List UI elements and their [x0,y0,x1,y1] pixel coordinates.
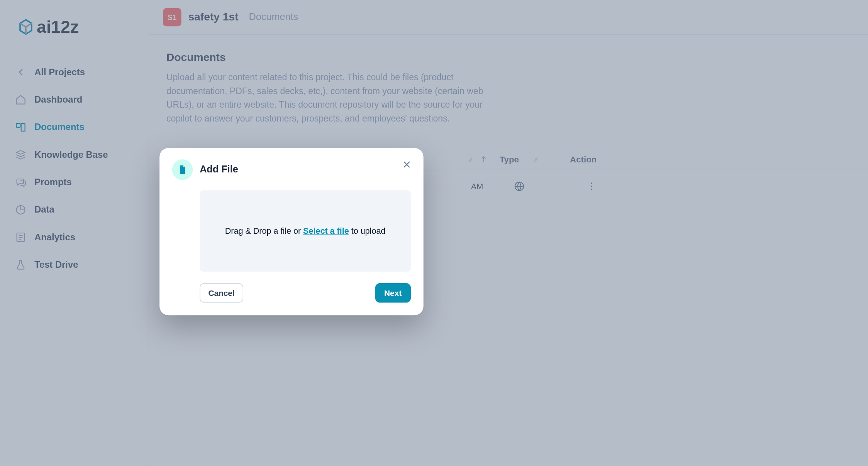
cancel-button[interactable]: Cancel [200,283,243,303]
next-button[interactable]: Next [375,283,411,303]
add-file-modal: Add File Drag & Drop a file or Select a … [159,148,424,315]
dropzone-prefix: Drag & Drop a file or [225,226,303,236]
dropzone-suffix: to upload [349,226,386,236]
file-icon [172,159,193,180]
select-file-link[interactable]: Select a file [303,226,349,236]
modal-footer: Cancel Next [200,283,411,303]
dropzone-text: Drag & Drop a file or Select a file to u… [225,226,386,236]
close-button[interactable] [402,159,412,172]
modal-header: Add File [172,159,411,180]
close-icon [402,159,412,170]
modal-overlay[interactable]: Add File Drag & Drop a file or Select a … [0,0,868,466]
file-dropzone[interactable]: Drag & Drop a file or Select a file to u… [200,190,411,272]
modal-title: Add File [200,164,238,176]
